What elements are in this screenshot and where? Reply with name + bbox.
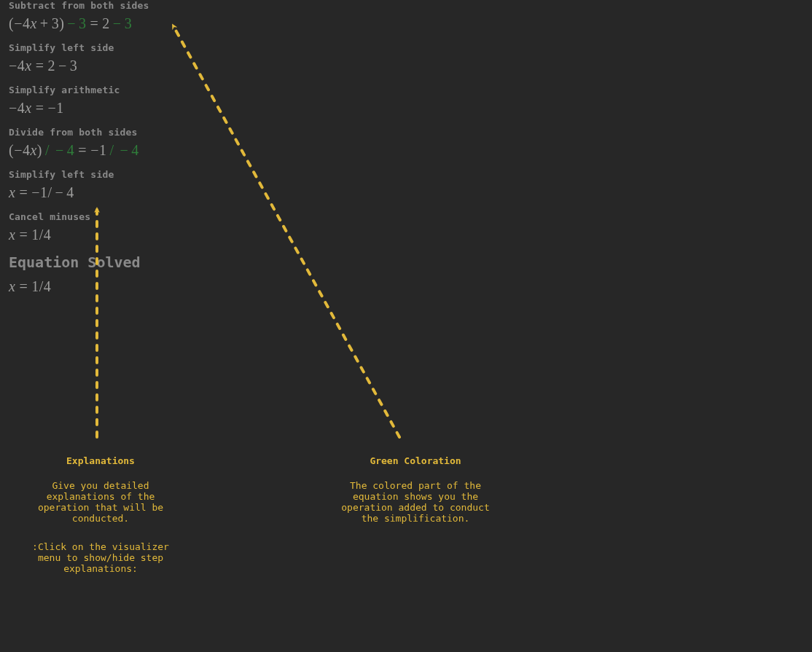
- annotation-green-coloration: Green Coloration The colored part of the…: [328, 455, 503, 525]
- step-label: Simplify left side: [9, 169, 300, 180]
- step-label: Simplify arithmetic: [9, 85, 300, 95]
- annotation-body: Give you detailed explanations of the op…: [13, 481, 188, 525]
- solution-steps: Subtract from both sides(−4x+3)−3=2−3Sim…: [9, 0, 300, 305]
- annotation-body: The colored part of the equation shows y…: [328, 481, 503, 525]
- annotation-explanations: Explanations Give you detailed explanati…: [13, 455, 188, 575]
- step-equation: −4x=−1: [9, 100, 300, 117]
- step-equation: (−4x)/−4=−1/−4: [9, 142, 300, 159]
- step-equation: x=1/4: [9, 227, 300, 243]
- annotation-title: Green Coloration: [328, 455, 503, 466]
- step-equation: −4x=2−3: [9, 58, 300, 74]
- step-label: Subtract from both sides: [9, 0, 300, 11]
- equation-solved-value: x=1/4: [9, 278, 300, 295]
- annotation-body-extra: :Click on the visualizer menu to show/hi…: [13, 542, 188, 575]
- step-label: Simplify left side: [9, 42, 300, 53]
- step-equation: (−4x+3)−3=2−3: [9, 15, 300, 32]
- equation-solved-label: Equation Solved: [9, 254, 300, 271]
- annotation-title: Explanations: [13, 455, 188, 466]
- step-equation: x=−1/−4: [9, 184, 300, 201]
- step-label: Divide from both sides: [9, 127, 300, 138]
- step-label: Cancel minuses: [9, 211, 300, 222]
